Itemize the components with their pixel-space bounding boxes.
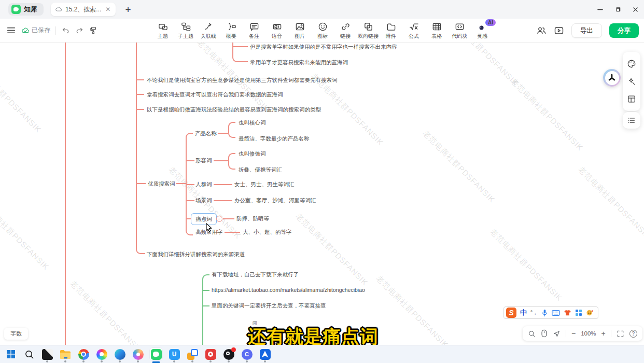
mindmap-node[interactable]: 不论我们是使用淘宝官方的生意参谋还是使用第三方软件查词都需要先有搜索词 bbox=[147, 77, 338, 83]
taskbar-obs[interactable] bbox=[222, 347, 235, 361]
mindmap-node[interactable]: 优质搜索词 bbox=[148, 180, 175, 187]
zoom-in-button[interactable]: + bbox=[601, 330, 606, 337]
tool-bidirectional-link[interactable]: 双向链接 bbox=[357, 19, 380, 43]
search-icon[interactable] bbox=[528, 330, 536, 338]
mindmap-node[interactable]: 折叠、便携等词汇 bbox=[239, 166, 282, 173]
mindmap-canvas[interactable]: 老范电商社群PDSFANSIK 老范电商社群PDSFANSIK 老范电商社群PD… bbox=[0, 43, 644, 345]
tool-voice[interactable]: 语音 bbox=[265, 19, 288, 43]
mindmap-node[interactable]: 常用单字才更容易搜索出来能用的蓝海词 bbox=[250, 59, 348, 65]
tool-link[interactable]: 链接 bbox=[334, 19, 357, 43]
ime-punctuation-icon[interactable]: °， bbox=[530, 309, 538, 316]
taskbar-u-app[interactable]: U bbox=[167, 347, 181, 361]
layout-icon[interactable] bbox=[627, 94, 636, 104]
sogou-logo-icon[interactable]: S bbox=[506, 308, 516, 318]
taskbar-blue-plane-app[interactable] bbox=[258, 347, 272, 361]
close-button[interactable] bbox=[626, 0, 644, 19]
watermark: 老范电商社群PDSFANSIK bbox=[509, 77, 585, 153]
tool-formula[interactable]: 公式 bbox=[402, 19, 425, 43]
mindmap-node[interactable]: 有下载地址，自己去下载下来就行了 bbox=[212, 271, 299, 277]
format-painter-icon[interactable] bbox=[89, 26, 98, 35]
mindmap-node[interactable]: 最简洁、字数最少的产品名称 bbox=[239, 135, 310, 142]
help-button[interactable]: ? bbox=[629, 330, 637, 338]
taskbar-app-paint[interactable] bbox=[40, 347, 54, 361]
mindmap-node[interactable]: 场景词 bbox=[195, 197, 212, 203]
locate-icon[interactable] bbox=[553, 330, 561, 338]
tool-subtopic[interactable]: 子主题 bbox=[174, 19, 197, 43]
taskbar-squares-app[interactable] bbox=[186, 347, 199, 361]
ime-keyboard-icon[interactable] bbox=[552, 310, 560, 316]
mindmap-node[interactable]: 也叫修饰词 bbox=[239, 150, 266, 157]
tab-close-icon[interactable]: ✕ bbox=[104, 6, 111, 13]
new-tab-button[interactable]: + bbox=[125, 5, 131, 15]
taskbar-file-explorer[interactable] bbox=[59, 347, 72, 361]
taskbar-edge[interactable] bbox=[113, 347, 127, 361]
cloud-check-icon bbox=[21, 26, 30, 35]
mindmap-node[interactable]: 下面我们详细拆分讲解搜索词的来源渠道 bbox=[147, 251, 245, 257]
tool-table[interactable]: 表格 bbox=[425, 19, 448, 43]
collapse-handle[interactable]: − bbox=[216, 216, 222, 222]
start-button[interactable] bbox=[4, 347, 18, 361]
mindmap-node[interactable]: 产品名称 bbox=[195, 130, 217, 136]
tool-summary[interactable]: 概要 bbox=[220, 19, 243, 43]
mindmap-node[interactable]: 人群词 bbox=[195, 181, 212, 187]
tool-image[interactable]: 图片 bbox=[288, 19, 311, 43]
collaborators-icon[interactable] bbox=[536, 25, 547, 36]
menu-hamburger-icon[interactable] bbox=[6, 25, 16, 35]
taskbar-red-o-app[interactable] bbox=[204, 347, 217, 361]
watermark: 老范电商社群PDSFANSIK bbox=[488, 227, 564, 303]
theme-palette-icon[interactable] bbox=[627, 59, 636, 68]
taskbar-colorful-app[interactable] bbox=[131, 347, 145, 361]
mindmap-node[interactable]: 也叫核心词 bbox=[239, 119, 266, 125]
taskbar-chrome[interactable] bbox=[77, 347, 90, 361]
redo-icon[interactable] bbox=[75, 26, 84, 35]
ime-mic-icon[interactable] bbox=[541, 309, 548, 317]
tool-icon[interactable]: 图标 bbox=[311, 19, 334, 43]
ime-mode-chinese[interactable]: 中 bbox=[520, 308, 527, 317]
restore-button[interactable] bbox=[609, 0, 626, 19]
undo-icon[interactable] bbox=[61, 26, 70, 35]
taskbar-circle-c-app[interactable]: C bbox=[240, 347, 254, 361]
taskbar-zhixi-active[interactable] bbox=[149, 347, 163, 361]
beautify-wand-icon[interactable] bbox=[627, 77, 636, 86]
export-button[interactable]: 导出 bbox=[571, 23, 602, 38]
mindmap-node[interactable]: 拿着搜索词去查词才可以查出符合我们要求数据的蓝海词 bbox=[147, 91, 283, 97]
mindmap-node[interactable]: 防摔、防晒等 bbox=[236, 215, 269, 221]
mindmap-node[interactable]: 形容词 bbox=[195, 157, 212, 163]
tool-inspiration-ai[interactable]: AI 灵感 bbox=[471, 19, 494, 43]
tool-attachment[interactable]: 附件 bbox=[380, 19, 402, 43]
mindmap-node[interactable]: 女士、男士、男生等词汇 bbox=[234, 181, 295, 187]
ime-emoji-icon[interactable] bbox=[586, 309, 594, 316]
share-button[interactable]: 分享 bbox=[609, 23, 639, 38]
fullscreen-icon[interactable] bbox=[617, 330, 624, 338]
tool-code-block[interactable]: 代码块 bbox=[448, 19, 471, 43]
app-home-button[interactable]: 知犀 bbox=[8, 3, 44, 16]
mindmap-node-url[interactable]: https://alimarket.taobao.com/markets/ali… bbox=[212, 287, 365, 293]
mindmap-node[interactable]: 办公室、客厅、沙滩、河里等词汇 bbox=[234, 197, 316, 203]
tool-relation-line[interactable]: 关联线 bbox=[197, 19, 220, 43]
branch-line bbox=[233, 46, 248, 47]
zhixi-logo-icon bbox=[11, 5, 21, 14]
watermark: 老范电商社群PDSFANSIK bbox=[374, 274, 450, 345]
zoom-level[interactable]: 100% bbox=[581, 330, 596, 337]
mindmap-node[interactable]: 但是搜索单字时如果使用的是不常用字也一样搜索不出来内容 bbox=[250, 44, 397, 50]
tool-note[interactable]: 备注 bbox=[243, 19, 265, 43]
taskbar-search-icon[interactable] bbox=[22, 347, 36, 361]
tool-topic[interactable]: 主题 bbox=[151, 19, 174, 43]
word-count-pill[interactable]: 字数 bbox=[4, 328, 28, 340]
zoom-out-button[interactable]: − bbox=[571, 330, 576, 337]
mindmap-node[interactable]: 里面的关键词一定要拆开之后去查，不要直接查 bbox=[212, 302, 326, 309]
tab-title: 15.2、搜索... bbox=[65, 5, 101, 14]
taskbar-color-wheel-app[interactable] bbox=[95, 347, 108, 361]
minimize-button[interactable] bbox=[591, 0, 609, 19]
mindmap-node[interactable]: 以下是根据咱们做蓝海玩法经验总结的最容易查到蓝海词的搜索词的类型 bbox=[147, 106, 321, 113]
mindmap-node[interactable]: 大、小、超、的等字 bbox=[243, 229, 292, 235]
ime-skin-icon[interactable] bbox=[564, 309, 571, 316]
ime-toolbox-icon[interactable] bbox=[575, 309, 582, 316]
drag-mode-icon[interactable] bbox=[541, 329, 548, 338]
branch-line bbox=[136, 79, 144, 80]
outline-list-icon[interactable] bbox=[627, 116, 636, 125]
branch-line bbox=[214, 200, 232, 201]
document-tab[interactable]: 15.2、搜索... ✕ bbox=[51, 3, 116, 16]
presentation-icon[interactable] bbox=[554, 25, 564, 36]
ai-assistant-button[interactable] bbox=[603, 69, 621, 87]
